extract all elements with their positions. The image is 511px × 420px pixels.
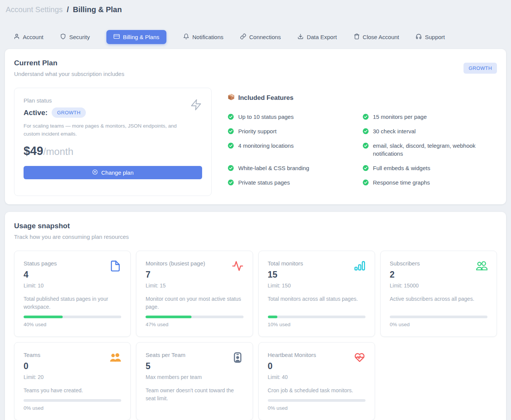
plan-status-label: Plan status <box>24 97 202 104</box>
progress-bar: 0% used <box>24 399 121 411</box>
check-circle-icon <box>228 179 234 186</box>
users-filled-icon <box>109 352 121 365</box>
feature-text: Full embeds & widgets <box>373 164 430 172</box>
stat-card-status-pages: Status pages 4 Limit: 10 Total published… <box>14 251 131 337</box>
feature-item: Private status pages <box>228 178 361 187</box>
percent-used-label: 40% used <box>24 322 121 327</box>
current-plan-title: Current Plan <box>14 59 124 67</box>
headphones-icon <box>416 33 422 41</box>
stat-value: 15 <box>268 270 303 280</box>
feature-item: Up to 10 status pages <box>228 113 361 121</box>
stat-limit: Max members per team <box>146 374 202 380</box>
stat-card-subscribers: Subscribers 2 Limit: 15000 Active subscr… <box>380 251 497 337</box>
feature-item: Full embeds & widgets <box>362 164 496 172</box>
percent-used-label: 0% used <box>390 322 487 327</box>
file-icon <box>109 260 121 273</box>
tab-support[interactable]: Support <box>416 33 445 41</box>
link-icon <box>240 33 246 41</box>
feature-text: Response time graphs <box>373 178 430 187</box>
tab-label: Support <box>425 34 445 40</box>
stat-label: Subscribers <box>390 260 420 267</box>
feature-text: White-label & CSS branding <box>238 164 309 172</box>
change-plan-label: Change plan <box>101 169 133 176</box>
progress-bar: 47% used <box>146 316 243 327</box>
tab-label: Data Export <box>307 34 337 40</box>
tab-account[interactable]: Account <box>14 33 43 41</box>
tab-label: Notifications <box>192 34 223 40</box>
change-plan-button[interactable]: Change plan <box>24 166 202 179</box>
stat-limit: Limit: 15 <box>146 283 205 289</box>
usage-title: Usage snapshot <box>14 222 497 230</box>
stat-description: Total published status pages in your wor… <box>24 295 121 311</box>
tab-label: Connections <box>249 34 281 40</box>
check-circle-icon <box>228 165 234 171</box>
plan-tier-badge: GROWTH <box>464 63 497 74</box>
features-heading-text: Included Features <box>238 94 293 102</box>
stat-label: Teams <box>24 352 44 358</box>
stat-card-seats-per-team: Seats per Team 5 Max members per team Te… <box>136 342 253 420</box>
feature-text: Private status pages <box>238 178 290 187</box>
stat-limit: Limit: 40 <box>268 374 316 380</box>
stat-limit: Limit: 150 <box>268 283 303 289</box>
feature-list: Up to 10 status pages 15 monitors per pa… <box>228 113 497 187</box>
stat-card-heartbeat-monitors: Heartbeat Monitors 0 Limit: 40 Cron job … <box>258 342 375 420</box>
tab-close-account[interactable]: Close Account <box>354 33 399 41</box>
plan-price: $49 /month <box>24 144 202 158</box>
stat-label: Status pages <box>24 260 57 267</box>
price-amount: $49 <box>24 144 43 158</box>
stat-label: Total monitors <box>268 260 303 267</box>
tab-label: Security <box>69 34 90 40</box>
tab-label: Close Account <box>363 34 399 40</box>
feature-item: 15 monitors per page <box>362 113 496 121</box>
plan-status-card: Plan status Active: GROWTH For scaling t… <box>14 88 212 196</box>
stat-label: Seats per Team <box>146 352 202 358</box>
tab-security[interactable]: Security <box>60 33 90 41</box>
stat-limit: Limit: 15000 <box>390 283 420 289</box>
plan-active-label: Active: <box>24 109 47 117</box>
current-plan-card: Current Plan Understand what your subscr… <box>5 49 506 204</box>
percent-used-label: 47% used <box>146 322 243 327</box>
feature-text: 15 monitors per page <box>373 113 427 121</box>
stat-card-total-monitors: Total monitors 15 Limit: 150 Total monit… <box>258 251 375 337</box>
feature-item: Response time graphs <box>362 178 496 187</box>
check-circle-icon <box>362 179 369 186</box>
percent-used-label: 0% used <box>268 405 365 411</box>
breadcrumb-root[interactable]: Account Settings <box>6 5 63 14</box>
tab-billing-plans[interactable]: Billing & Plans <box>106 30 166 44</box>
check-circle-icon <box>228 114 234 120</box>
usage-subtitle: Track how you are consuming plan resourc… <box>14 234 497 240</box>
feature-item: 4 monitoring locations <box>228 142 361 158</box>
shield-icon <box>60 33 66 41</box>
progress-bar: 0% used <box>268 399 365 411</box>
stat-value: 7 <box>146 270 205 280</box>
feature-item: Priority support <box>228 127 361 136</box>
upgrade-arrow-icon <box>92 169 98 176</box>
progress-bar: 0% used <box>390 316 487 327</box>
lightning-bolt-icon <box>190 98 202 113</box>
tab-label: Account <box>23 34 43 40</box>
progress-bar: 10% used <box>268 316 365 327</box>
stat-value: 5 <box>146 361 202 371</box>
tab-notifications[interactable]: Notifications <box>183 33 223 41</box>
feature-item: White-label & CSS branding <box>228 164 361 172</box>
bell-icon <box>183 33 189 41</box>
billing-plan-page: Account Settings / Billing & Plan Accoun… <box>0 0 511 420</box>
tab-data-export[interactable]: Data Export <box>297 33 337 41</box>
feature-text: 4 monitoring locations <box>238 142 294 150</box>
package-icon <box>228 93 235 103</box>
included-features: Included Features Up to 10 status pages … <box>228 88 497 196</box>
check-circle-icon <box>362 142 369 149</box>
stat-label: Monitors (busiest page) <box>146 260 205 267</box>
stat-value: 0 <box>24 361 44 371</box>
stat-limit: Limit: 20 <box>24 374 44 380</box>
stat-description: Monitor count on your most active status… <box>146 295 243 311</box>
breadcrumb: Account Settings / Billing & Plan <box>5 4 506 14</box>
settings-tab-bar: Account Security Billing & Plans Notific… <box>14 30 506 44</box>
check-circle-icon <box>362 114 369 120</box>
activity-pulse-icon <box>232 260 244 273</box>
stat-limit: Limit: 10 <box>24 283 57 289</box>
check-circle-icon <box>228 128 234 134</box>
stat-value: 2 <box>390 270 420 280</box>
tab-connections[interactable]: Connections <box>240 33 281 41</box>
current-plan-subtitle: Understand what your subscription includ… <box>14 71 124 77</box>
